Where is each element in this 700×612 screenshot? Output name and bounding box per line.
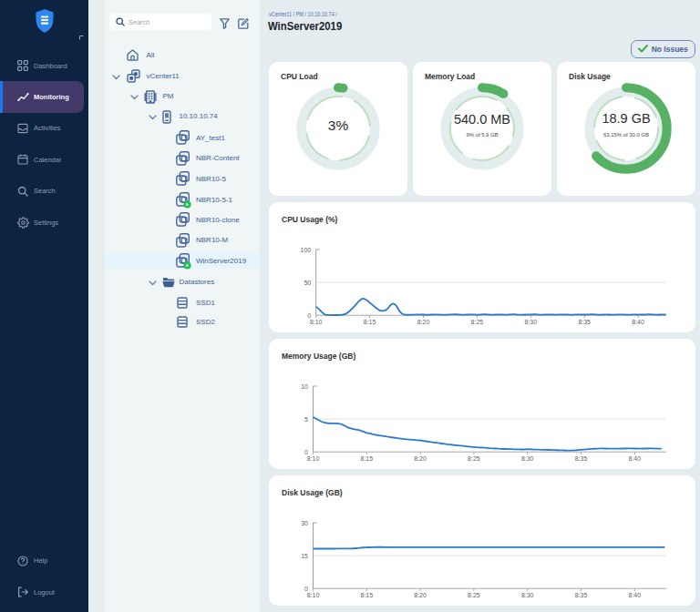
svg-text:8:30: 8:30 — [524, 318, 537, 324]
svg-text:8:15: 8:15 — [360, 591, 373, 597]
svg-text:8:10: 8:10 — [310, 318, 323, 324]
svg-text:8:15: 8:15 — [364, 318, 376, 324]
svg-text:8:20: 8:20 — [414, 591, 427, 597]
svg-text:50: 50 — [304, 279, 311, 285]
svg-text:8:10: 8:10 — [307, 591, 320, 597]
svg-text:8:20: 8:20 — [414, 454, 427, 461]
svg-text:100: 100 — [301, 246, 312, 252]
svg-text:8:40: 8:40 — [632, 318, 644, 324]
svg-text:8:10: 8:10 — [307, 454, 320, 461]
svg-text:10: 10 — [301, 382, 308, 389]
svg-text:8:20: 8:20 — [417, 318, 430, 324]
svg-text:8:15: 8:15 — [360, 454, 373, 461]
svg-text:8:25: 8:25 — [468, 454, 480, 461]
svg-text:8:30: 8:30 — [521, 454, 534, 461]
svg-text:8:40: 8:40 — [628, 591, 641, 597]
svg-text:30: 30 — [301, 519, 308, 525]
svg-text:8:40: 8:40 — [628, 454, 641, 461]
svg-text:5: 5 — [304, 415, 308, 422]
svg-text:8:25: 8:25 — [468, 591, 480, 597]
svg-text:8:35: 8:35 — [575, 454, 588, 461]
svg-text:8:35: 8:35 — [575, 591, 588, 597]
svg-text:8:30: 8:30 — [521, 591, 534, 597]
svg-text:8:35: 8:35 — [578, 318, 591, 324]
svg-text:15: 15 — [301, 552, 308, 558]
svg-text:8:25: 8:25 — [471, 318, 484, 324]
